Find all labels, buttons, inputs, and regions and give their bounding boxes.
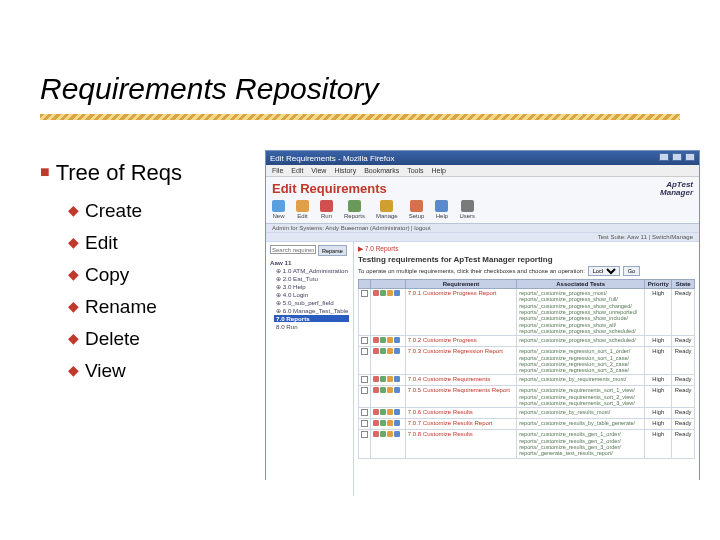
toolbar-edit-button[interactable]: Edit (296, 200, 309, 219)
action-icon[interactable] (387, 337, 393, 343)
menu-item[interactable]: Tools (407, 167, 423, 174)
action-icon[interactable] (394, 409, 400, 415)
action-icon[interactable] (394, 348, 400, 354)
associated-tests[interactable]: reports/_customize_by_results_most/ (517, 408, 645, 419)
column-header[interactable]: State (672, 280, 695, 289)
go-button[interactable]: Go (623, 266, 640, 276)
action-icon[interactable] (373, 348, 379, 354)
tree-node[interactable]: ⊕ 6.0 Manage_Test_Table (270, 307, 349, 314)
requirement-name[interactable]: 7.0.2 Customize Progress (405, 336, 516, 347)
action-icon[interactable] (394, 376, 400, 382)
toolbar-manage-button[interactable]: Manage (376, 200, 398, 219)
column-header[interactable]: Priority (645, 280, 672, 289)
menu-item[interactable]: File (272, 167, 283, 174)
action-icon[interactable] (373, 420, 379, 426)
menu-item[interactable]: Edit (291, 167, 303, 174)
breadcrumb[interactable]: ▶ 7.0 Reports (358, 245, 695, 253)
action-icon[interactable] (387, 376, 393, 382)
action-icon[interactable] (387, 290, 393, 296)
row-checkbox[interactable] (361, 420, 368, 427)
toolbar-label: Reports (344, 213, 365, 219)
close-button[interactable] (685, 153, 695, 161)
action-icon[interactable] (387, 431, 393, 437)
minimize-button[interactable] (659, 153, 669, 161)
requirement-name[interactable]: 7.0.8 Customize Results (405, 430, 516, 458)
requirement-name[interactable]: 7.0.5 Customize Requirements Report (405, 386, 516, 408)
tree-root[interactable]: Aaw 11 (270, 259, 349, 266)
row-checkbox[interactable] (361, 337, 368, 344)
action-icon[interactable] (394, 387, 400, 393)
associated-tests[interactable]: reports/_customize_progress_show_schedul… (517, 336, 645, 347)
menu-item[interactable]: Help (432, 167, 446, 174)
requirement-name[interactable]: 7.0.3 Customize Regression Report (405, 347, 516, 375)
column-header[interactable] (371, 280, 405, 289)
column-header[interactable] (359, 280, 371, 289)
action-icon[interactable] (373, 290, 379, 296)
toolbar-reports-button[interactable]: Reports (344, 200, 365, 219)
tree-node[interactable]: 8.0 Run (270, 323, 349, 330)
diamond-bullet-icon: ◆ (68, 298, 79, 314)
action-icon[interactable] (380, 348, 386, 354)
toolbar-setup-button[interactable]: Setup (409, 200, 425, 219)
action-icon[interactable] (394, 290, 400, 296)
menu-item[interactable]: History (334, 167, 356, 174)
action-icon[interactable] (380, 290, 386, 296)
column-header[interactable]: Associated Tests (517, 280, 645, 289)
action-icon[interactable] (373, 431, 379, 437)
tree-node[interactable]: ⊕ 1.0 ATM_Administration (270, 267, 349, 274)
tree-node[interactable]: ⊕ 5.0_sub_perf_field (270, 299, 349, 306)
action-icon[interactable] (387, 387, 393, 393)
edit-icon (296, 200, 309, 212)
action-icon[interactable] (387, 409, 393, 415)
associated-tests[interactable]: reports/_customize_results_gen_1_order/r… (517, 430, 645, 458)
toolbar-new-button[interactable]: New (272, 200, 285, 219)
associated-tests[interactable]: reports/_customize_results_by_table_gene… (517, 419, 645, 430)
reparse-button[interactable]: Reparse (318, 245, 347, 256)
tree-node[interactable]: ⊕ 3.0 Help (270, 283, 349, 290)
action-icon[interactable] (394, 431, 400, 437)
requirement-name[interactable]: 7.0.4 Customize Requirements (405, 375, 516, 386)
action-icon[interactable] (387, 420, 393, 426)
action-icon[interactable] (387, 348, 393, 354)
action-icon[interactable] (373, 387, 379, 393)
action-icon[interactable] (373, 409, 379, 415)
action-icon[interactable] (380, 337, 386, 343)
row-checkbox[interactable] (361, 376, 368, 383)
action-icon[interactable] (380, 431, 386, 437)
associated-tests[interactable]: reports/_customize_progress_most/reports… (517, 289, 645, 336)
toolbar-users-button[interactable]: Users (459, 200, 475, 219)
action-icon[interactable] (380, 409, 386, 415)
associated-tests[interactable]: reports/_customize_requirements_sort_1_v… (517, 386, 645, 408)
toolbar-run-button[interactable]: Run (320, 200, 333, 219)
action-icon[interactable] (380, 376, 386, 382)
action-icon[interactable] (373, 337, 379, 343)
row-checkbox[interactable] (361, 431, 368, 438)
action-icon[interactable] (394, 337, 400, 343)
window-titlebar[interactable]: Edit Requirements - Mozilla Firefox (266, 151, 699, 165)
requirement-name[interactable]: 7.0.1 Customize Progress Report (405, 289, 516, 336)
row-checkbox[interactable] (361, 387, 368, 394)
tree-node-selected[interactable]: 7.0 Reports (274, 315, 349, 322)
requirement-name[interactable]: 7.0.6 Customize Results (405, 408, 516, 419)
menu-item[interactable]: Bookmarks (364, 167, 399, 174)
requirement-name[interactable]: 7.0.7 Customize Results Report (405, 419, 516, 430)
tree-node[interactable]: ⊕ 4.0 Login (270, 291, 349, 298)
action-icon[interactable] (373, 376, 379, 382)
action-icon[interactable] (380, 387, 386, 393)
row-checkbox[interactable] (361, 409, 368, 416)
row-checkbox[interactable] (361, 290, 368, 297)
action-icon[interactable] (380, 420, 386, 426)
operation-select[interactable]: Lock (588, 266, 620, 276)
product-logo: ApTest Manager (660, 181, 693, 195)
maximize-button[interactable] (672, 153, 682, 161)
search-input[interactable] (270, 245, 316, 254)
action-icon[interactable] (394, 420, 400, 426)
column-header[interactable]: Requirement (405, 280, 516, 289)
tree-node[interactable]: ⊕ 2.0 Eat_Tutu (270, 275, 349, 282)
associated-tests[interactable]: reports/_customize_regression_sort_1_ord… (517, 347, 645, 375)
menu-item[interactable]: View (311, 167, 326, 174)
toolbar-help-button[interactable]: Help (435, 200, 448, 219)
row-checkbox[interactable] (361, 348, 368, 355)
associated-tests[interactable]: reports/_customize_by_requirements_most/ (517, 375, 645, 386)
suite-text[interactable]: Test Suite: Aaw 11 | Switch/Manage (598, 234, 693, 240)
